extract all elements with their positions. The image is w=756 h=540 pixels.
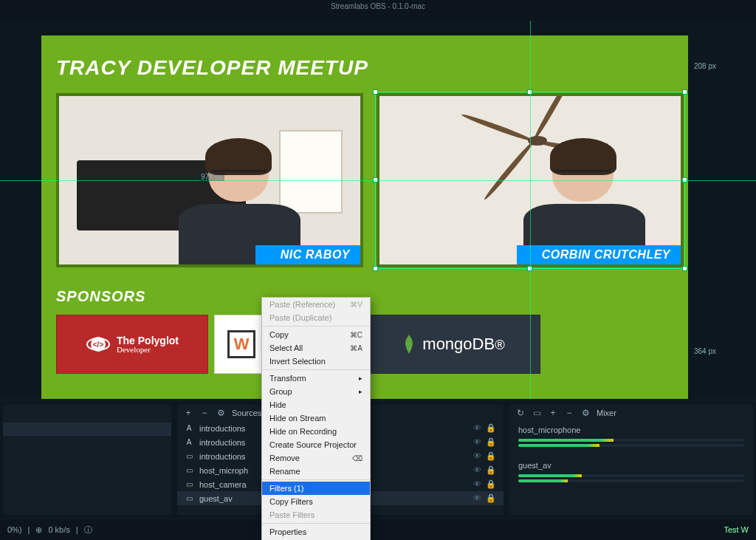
menu-item: Paste (Duplicate) xyxy=(262,311,370,324)
visibility-icon[interactable]: 👁 xyxy=(473,479,481,489)
bitrate-icon: ⊕ xyxy=(35,525,42,535)
dimension-label: 208 px xyxy=(693,62,718,70)
remove-button[interactable]: − xyxy=(564,408,574,418)
info-icon[interactable]: ⓘ xyxy=(84,524,92,536)
scene-row[interactable] xyxy=(3,423,171,436)
source-type-icon: A xyxy=(185,424,193,432)
menu-item[interactable]: Hide xyxy=(262,398,370,411)
menu-item[interactable]: Create Source Projector xyxy=(262,438,370,451)
add-button[interactable]: + xyxy=(548,408,558,418)
audio-meter xyxy=(518,444,744,447)
sponsor-mongodb: mongoDB® xyxy=(366,315,540,374)
menu-separator xyxy=(262,369,370,370)
folder-icon[interactable]: ▭ xyxy=(532,408,542,418)
polyglot-logo-icon: </> xyxy=(86,332,111,357)
lock-icon[interactable]: 🔒 xyxy=(486,493,496,503)
sponsors-heading: SPONSORS xyxy=(56,288,145,305)
remove-source-button[interactable]: − xyxy=(199,408,210,418)
status-bar: 0%) | ⊕ 0 kb/s | ⓘ Test W xyxy=(0,519,756,540)
menu-item: Paste Filters xyxy=(262,508,370,522)
menu-item[interactable]: Filters (1) xyxy=(262,482,370,495)
menu-item[interactable]: Invert Selection xyxy=(262,355,370,368)
menu-bar[interactable] xyxy=(0,13,756,21)
mixer-track[interactable]: host_microphone xyxy=(509,421,753,457)
window-title: Streamlabs OBS - 0.1.0-mac xyxy=(0,0,756,13)
status-bitrate: 0 kb/s xyxy=(48,525,69,534)
source-type-icon: ▭ xyxy=(185,466,193,474)
preview-area[interactable]: TRACY DEVELOPER MEETUP NIC RABOY xyxy=(0,21,756,399)
source-type-icon: ▭ xyxy=(185,452,193,460)
track-label: guest_av xyxy=(518,461,744,470)
lock-icon[interactable]: 🔒 xyxy=(486,451,496,461)
source-type-icon: ▭ xyxy=(185,480,193,488)
visibility-icon[interactable]: 👁 xyxy=(473,437,481,447)
menu-item[interactable]: Transform xyxy=(262,372,370,385)
menu-item[interactable]: Rename xyxy=(262,465,370,478)
context-menu[interactable]: Paste (Reference)⌘VPaste (Duplicate)Copy… xyxy=(261,297,371,540)
lock-icon[interactable]: 🔒 xyxy=(486,479,496,489)
lock-icon[interactable]: 🔒 xyxy=(486,423,496,433)
status-percent: 0%) xyxy=(7,525,22,534)
visibility-icon[interactable]: 👁 xyxy=(473,423,481,433)
mixer-toolbar: ↻ ▭ + − ⚙ Mixer xyxy=(509,405,753,421)
menu-item[interactable]: Select All⌘A xyxy=(262,341,370,355)
menu-item[interactable]: Hide on Recording xyxy=(262,425,370,438)
menu-item[interactable]: Hide on Stream xyxy=(262,411,370,425)
menu-separator xyxy=(262,523,370,524)
menu-item[interactable]: Properties xyxy=(262,525,370,539)
cycle-icon[interactable]: ↻ xyxy=(515,408,526,418)
panel-title: Mixer xyxy=(597,409,616,417)
visibility-icon[interactable]: 👁 xyxy=(473,493,481,503)
audio-meter xyxy=(518,474,744,477)
video-feed-guest[interactable]: CORBIN CRUTCHLEY xyxy=(377,93,684,267)
status-right[interactable]: Test W xyxy=(724,525,749,534)
sponsor-polyglot: </> The PolyglotDeveloper xyxy=(56,315,208,374)
settings-icon[interactable]: ⚙ xyxy=(216,408,226,418)
mixer-track[interactable]: guest_av xyxy=(509,457,753,492)
menu-item[interactable]: Copy Filters xyxy=(262,495,370,508)
menu-separator xyxy=(262,326,370,327)
settings-icon[interactable]: ⚙ xyxy=(580,408,591,418)
source-type-icon: A xyxy=(185,438,193,446)
menu-item: Paste (Reference)⌘V xyxy=(262,298,370,311)
lock-icon[interactable]: 🔒 xyxy=(486,465,496,475)
mongodb-leaf-icon xyxy=(402,334,416,355)
wv-logo-icon: W xyxy=(227,330,255,358)
audio-meter xyxy=(518,479,744,482)
dimension-label: 978 px xyxy=(199,173,224,181)
menu-item[interactable]: Remove⌫ xyxy=(262,451,370,465)
dimension-label: 364 px xyxy=(693,347,718,355)
panel-title: Sources xyxy=(232,409,261,417)
track-label: host_microphone xyxy=(518,425,744,434)
name-tag-host: NIC RABOY xyxy=(255,245,360,264)
menu-item[interactable]: Group xyxy=(262,385,370,398)
mixer-panel[interactable]: ↻ ▭ + − ⚙ Mixer host_microphone guest_av xyxy=(509,405,753,515)
name-tag-guest: CORBIN CRUTCHLEY xyxy=(517,245,681,264)
svg-text:</>: </> xyxy=(93,341,104,349)
add-source-button[interactable]: + xyxy=(183,408,193,418)
scene-title: TRACY DEVELOPER MEETUP xyxy=(56,56,368,80)
menu-separator xyxy=(262,479,370,480)
bottom-panels: + − ⚙ Sources A introductions 👁🔒A introd… xyxy=(0,402,756,518)
visibility-icon[interactable]: 👁 xyxy=(473,465,481,475)
menu-item[interactable]: Copy⌘C xyxy=(262,328,370,341)
audio-meter xyxy=(518,439,744,442)
scenes-panel[interactable] xyxy=(3,405,171,515)
visibility-icon[interactable]: 👁 xyxy=(473,451,481,461)
source-type-icon: ▭ xyxy=(185,494,193,502)
lock-icon[interactable]: 🔒 xyxy=(486,437,496,447)
